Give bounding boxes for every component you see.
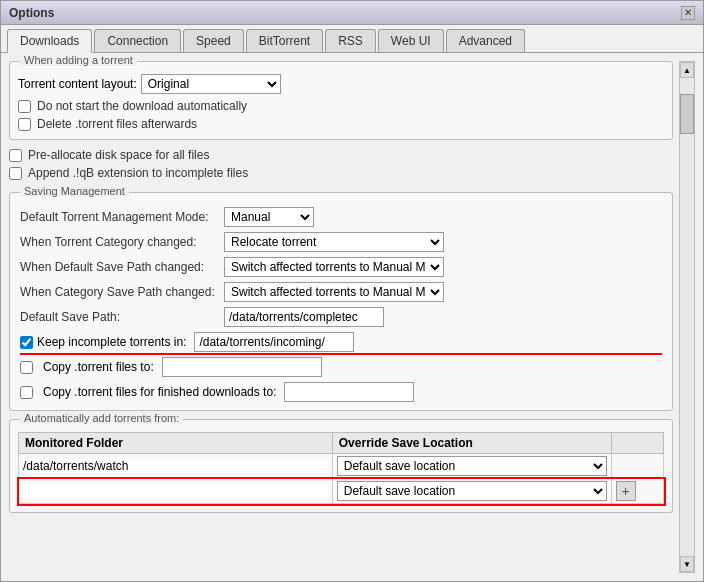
monitored-table: Monitored Folder Override Save Location [18, 432, 664, 504]
when-default-save-select[interactable]: Switch affected torrents to Manual Mode … [224, 257, 444, 277]
save-location-select-1[interactable]: Default save location [337, 456, 607, 476]
copy-torrent-finished-input[interactable] [284, 382, 414, 402]
delete-torrent-checkbox[interactable] [18, 118, 31, 131]
monitored-folder-input-2[interactable] [23, 484, 328, 498]
pre-allocate-label: Pre-allocate disk space for all files [28, 148, 209, 162]
when-category-save-row: When Category Save Path changed: Switch … [20, 282, 662, 302]
tab-downloads[interactable]: Downloads [7, 29, 92, 53]
tab-webui[interactable]: Web UI [378, 29, 444, 52]
copy-torrent-finished-label: Copy .torrent files for finished downloa… [43, 385, 276, 399]
copy-torrent-label: Copy .torrent files to: [43, 360, 154, 374]
append-iqb-checkbox[interactable] [9, 167, 22, 180]
no-auto-start-label: Do not start the download automatically [37, 99, 247, 113]
tab-rss[interactable]: RSS [325, 29, 376, 52]
when-default-save-label: When Default Save Path changed: [20, 260, 220, 274]
default-save-path-row: Default Save Path: [20, 307, 662, 327]
content-layout-label: Torrent content layout: [18, 77, 137, 91]
scroll-up-button[interactable]: ▲ [680, 62, 694, 78]
default-save-path-label: Default Save Path: [20, 310, 220, 324]
adding-torrent-group: When adding a torrent Torrent content la… [9, 61, 673, 140]
keep-incomplete-row: Keep incomplete torrents in: [20, 332, 662, 352]
save-location-cell-1: Default save location [332, 454, 611, 479]
default-mode-row: Default Torrent Management Mode: Manual [20, 207, 662, 227]
tab-advanced[interactable]: Advanced [446, 29, 525, 52]
scroll-down-button[interactable]: ▼ [680, 556, 694, 572]
monitored-folder-cell-2 [19, 479, 333, 504]
append-iqb-label: Append .!qB extension to incomplete file… [28, 166, 248, 180]
monitored-group: Automatically add torrents from: Monitor… [9, 419, 673, 513]
keep-incomplete-label: Keep incomplete torrents in: [37, 335, 186, 349]
monitored-folder-cell-1 [19, 454, 333, 479]
scrollbar-thumb[interactable] [680, 94, 694, 134]
copy-torrent-row: Copy .torrent files to: [20, 357, 662, 377]
when-category-row: When Torrent Category changed: Relocate … [20, 232, 662, 252]
main-content: When adding a torrent Torrent content la… [9, 61, 673, 573]
action-cell-2: + [611, 479, 663, 504]
copy-torrent-checkbox[interactable] [20, 361, 33, 374]
tab-bar: Downloads Connection Speed BitTorrent RS… [1, 25, 703, 53]
default-mode-label: Default Torrent Management Mode: [20, 210, 220, 224]
pre-allocate-checkbox[interactable] [9, 149, 22, 162]
keep-incomplete-checkbox[interactable] [20, 336, 33, 349]
content-layout-select[interactable]: Original [141, 74, 281, 94]
save-location-select-2[interactable]: Default save location [337, 481, 607, 501]
window-title: Options [9, 6, 54, 20]
saving-management-title: Saving Management [20, 185, 129, 197]
global-options: Pre-allocate disk space for all files Ap… [9, 148, 673, 184]
no-auto-start-checkbox[interactable] [18, 100, 31, 113]
when-default-save-row: When Default Save Path changed: Switch a… [20, 257, 662, 277]
delete-torrent-row: Delete .torrent files afterwards [18, 117, 664, 131]
saving-management-group: Saving Management Default Torrent Manage… [9, 192, 673, 411]
close-button[interactable]: ✕ [681, 6, 695, 20]
col-override-save: Override Save Location [332, 433, 611, 454]
copy-torrent-input[interactable] [162, 357, 322, 377]
save-location-cell-2: Default save location [332, 479, 611, 504]
delete-torrent-label: Delete .torrent files afterwards [37, 117, 197, 131]
col-actions [611, 433, 663, 454]
col-monitored-folder: Monitored Folder [19, 433, 333, 454]
monitored-folder-input-1[interactable] [23, 459, 328, 473]
adding-torrent-title: When adding a torrent [20, 54, 137, 66]
pre-allocate-row: Pre-allocate disk space for all files [9, 148, 673, 162]
add-row-button[interactable]: + [616, 481, 636, 501]
tab-connection[interactable]: Connection [94, 29, 181, 52]
table-row: Default save location + [19, 479, 664, 504]
action-cell-1 [611, 454, 663, 479]
default-save-path-input[interactable] [224, 307, 384, 327]
scrollbar: ▲ ▼ [679, 61, 695, 573]
when-category-label: When Torrent Category changed: [20, 235, 220, 249]
options-window: Options ✕ Downloads Connection Speed Bit… [0, 0, 704, 582]
when-category-save-select[interactable]: Switch affected torrents to Manual Mode … [224, 282, 444, 302]
red-underline-keep-incomplete [20, 353, 662, 355]
content-layout-row: Torrent content layout: Original [18, 74, 664, 94]
when-category-select[interactable]: Relocate torrent Switch affected torrent… [224, 232, 444, 252]
append-iqb-row: Append .!qB extension to incomplete file… [9, 166, 673, 180]
title-bar: Options ✕ [1, 1, 703, 25]
copy-torrent-finished-row: Copy .torrent files for finished downloa… [20, 382, 662, 402]
default-mode-select[interactable]: Manual [224, 207, 314, 227]
when-category-save-label: When Category Save Path changed: [20, 285, 220, 299]
table-row: Default save location [19, 454, 664, 479]
copy-torrent-finished-checkbox[interactable] [20, 386, 33, 399]
monitored-title: Automatically add torrents from: [20, 412, 183, 424]
tab-bittorrent[interactable]: BitTorrent [246, 29, 323, 52]
keep-incomplete-input[interactable] [194, 332, 354, 352]
content-area: When adding a torrent Torrent content la… [1, 53, 703, 581]
tab-speed[interactable]: Speed [183, 29, 244, 52]
no-auto-start-row: Do not start the download automatically [18, 99, 664, 113]
